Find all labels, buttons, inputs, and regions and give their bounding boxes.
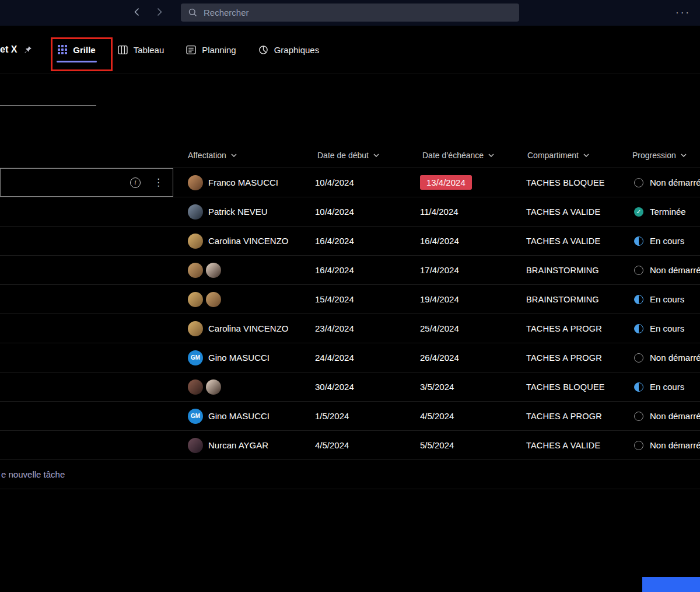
progress-cell[interactable]: Non démarrée bbox=[630, 440, 700, 450]
chevron-right-icon bbox=[157, 8, 162, 18]
bucket-cell[interactable]: TACHES A PROGR bbox=[525, 353, 630, 363]
task-row[interactable]: i ⋮ Carolina VINCENZO 23/4/2024 25/4/202… bbox=[0, 314, 700, 343]
tab-grille[interactable]: Grille bbox=[50, 36, 103, 64]
task-name-cell[interactable]: i ⋮ bbox=[0, 343, 186, 372]
assignment-cell[interactable]: Franco MASUCCI bbox=[186, 175, 315, 190]
bucket-cell[interactable]: BRAINSTORMING bbox=[525, 266, 630, 275]
bucket-cell[interactable]: TACHES BLOQUEE bbox=[525, 382, 630, 392]
start-date-cell[interactable]: 16/4/2024 bbox=[315, 265, 420, 275]
add-task-row[interactable]: e nouvelle tâche bbox=[0, 460, 700, 489]
progress-cell[interactable]: En cours bbox=[630, 294, 700, 304]
bucket-cell[interactable]: TACHES A PROGR bbox=[525, 324, 630, 333]
start-date-cell[interactable]: 30/4/2024 bbox=[315, 382, 420, 392]
assignment-cell[interactable]: Carolina VINCENZO bbox=[186, 234, 315, 249]
assignment-cell[interactable]: GM Gino MASUCCI bbox=[186, 409, 315, 424]
task-row[interactable]: i ⋮ 16/4/2024 17/4/2024 BRAINSTORMING No… bbox=[0, 256, 700, 285]
photo-avatar bbox=[188, 204, 203, 220]
grid-icon bbox=[58, 45, 67, 54]
task-name-cell[interactable]: i ⋮ bbox=[0, 227, 186, 255]
start-date-cell[interactable]: 23/4/2024 bbox=[315, 323, 420, 333]
bucket-cell[interactable]: TACHES A VALIDE bbox=[525, 236, 630, 246]
due-date-cell[interactable]: 11/4/2024 bbox=[420, 207, 525, 217]
progress-label: Non démarrée bbox=[650, 411, 700, 421]
tab-planning[interactable]: Planning bbox=[178, 36, 244, 64]
progress-icon bbox=[634, 266, 643, 275]
progress-label: Non démarrée bbox=[650, 353, 700, 363]
bucket-cell[interactable]: TACHES A VALIDE bbox=[525, 207, 630, 217]
assignment-cell[interactable] bbox=[186, 379, 315, 395]
tab-graphiques[interactable]: Graphiques bbox=[250, 36, 328, 64]
search-input[interactable]: Rechercher bbox=[181, 4, 519, 22]
due-date-cell[interactable]: 13/4/2024 bbox=[420, 175, 525, 190]
progress-icon bbox=[634, 441, 643, 450]
tab-tableau[interactable]: Tableau bbox=[110, 36, 173, 64]
due-date-cell[interactable]: 17/4/2024 bbox=[420, 265, 525, 275]
due-date-value: 11/4/2024 bbox=[420, 207, 459, 217]
column-header-affectation[interactable]: Affectation bbox=[186, 151, 315, 160]
progress-cell[interactable]: En cours bbox=[630, 382, 700, 392]
more-menu-icon[interactable]: ⋮ bbox=[153, 176, 163, 189]
task-row[interactable]: i ⋮ GM Gino MASUCCI 1/5/2024 4/5/2024 TA… bbox=[0, 402, 700, 431]
task-row[interactable]: i ⋮ 15/4/2024 19/4/2024 BRAINSTORMING En… bbox=[0, 285, 700, 314]
search-placeholder: Rechercher bbox=[204, 8, 249, 18]
due-date-cell[interactable]: 5/5/2024 bbox=[420, 440, 525, 450]
back-button[interactable] bbox=[132, 5, 142, 20]
start-date-cell[interactable]: 1/5/2024 bbox=[315, 411, 420, 421]
start-date-cell[interactable]: 10/4/2024 bbox=[315, 177, 420, 187]
task-name-cell[interactable]: i ⋮ bbox=[0, 197, 186, 226]
task-name-cell[interactable]: i ⋮ bbox=[0, 402, 186, 430]
task-name-cell[interactable]: i ⋮ bbox=[0, 285, 186, 314]
task-row[interactable]: i ⋮ Nurcan AYGAR 4/5/2024 5/5/2024 TACHE… bbox=[0, 431, 700, 460]
info-icon[interactable]: i bbox=[130, 177, 141, 188]
task-name-cell[interactable]: i ⋮ bbox=[0, 256, 186, 284]
due-date-cell[interactable]: 19/4/2024 bbox=[420, 294, 525, 304]
task-name-cell[interactable]: i ⋮ bbox=[0, 314, 186, 343]
due-date-cell[interactable]: 25/4/2024 bbox=[420, 323, 525, 333]
column-header-date-debut[interactable]: Date de début bbox=[315, 151, 420, 160]
bucket-cell[interactable]: TACHES A VALIDE bbox=[525, 441, 630, 450]
progress-cell[interactable]: Non démarrée bbox=[630, 353, 700, 363]
start-date-cell[interactable]: 15/4/2024 bbox=[315, 294, 420, 304]
assignment-cell[interactable] bbox=[186, 263, 315, 278]
task-name-cell[interactable]: i ⋮ bbox=[0, 431, 186, 459]
assignment-cell[interactable]: GM Gino MASUCCI bbox=[186, 350, 315, 365]
assignment-cell[interactable]: Patrick NEVEU bbox=[186, 204, 315, 220]
progress-cell[interactable]: ✓ Terminée bbox=[630, 207, 700, 217]
column-header-date-echeance[interactable]: Date d’échéance bbox=[420, 151, 525, 160]
start-date-cell[interactable]: 4/5/2024 bbox=[315, 440, 420, 450]
photo-avatar bbox=[206, 379, 221, 395]
avatar-group: GM bbox=[188, 409, 203, 424]
more-options-button[interactable]: ··· bbox=[676, 0, 691, 26]
assignment-cell[interactable]: Nurcan AYGAR bbox=[186, 438, 315, 453]
due-date-cell[interactable]: 16/4/2024 bbox=[420, 236, 525, 246]
start-date-cell[interactable]: 10/4/2024 bbox=[315, 207, 420, 217]
due-date-cell[interactable]: 26/4/2024 bbox=[420, 353, 525, 363]
task-row[interactable]: i ⋮ Carolina VINCENZO 16/4/2024 16/4/202… bbox=[0, 227, 700, 256]
start-date-cell[interactable]: 24/4/2024 bbox=[315, 353, 420, 363]
task-row[interactable]: i ⋮ 30/4/2024 3/5/2024 TACHES BLOQUEE En… bbox=[0, 372, 700, 402]
column-header-compartiment[interactable]: Compartiment bbox=[525, 151, 630, 160]
chevron-down-icon bbox=[488, 154, 494, 157]
due-date-cell[interactable]: 3/5/2024 bbox=[420, 382, 525, 392]
bucket-cell[interactable]: TACHES BLOQUEE bbox=[525, 178, 630, 187]
task-row[interactable]: i ⋮ Franco MASUCCI 10/4/2024 13/4/2024 T… bbox=[0, 168, 700, 197]
avatar-group bbox=[188, 379, 221, 395]
progress-cell[interactable]: Non démarrée bbox=[630, 411, 700, 421]
task-name-cell[interactable]: i ⋮ bbox=[0, 168, 186, 197]
assignment-cell[interactable] bbox=[186, 292, 315, 307]
progress-cell[interactable]: En cours bbox=[630, 236, 700, 246]
task-name-cell[interactable]: i ⋮ bbox=[0, 372, 186, 401]
task-row[interactable]: i ⋮ Patrick NEVEU 10/4/2024 11/4/2024 TA… bbox=[0, 197, 700, 227]
start-date-cell[interactable]: 16/4/2024 bbox=[315, 236, 420, 246]
task-row[interactable]: i ⋮ GM Gino MASUCCI 24/4/2024 26/4/2024 … bbox=[0, 343, 700, 372]
due-date-cell[interactable]: 4/5/2024 bbox=[420, 411, 525, 421]
forward-button[interactable] bbox=[155, 5, 164, 20]
bucket-cell[interactable]: TACHES A PROGR bbox=[525, 412, 630, 421]
progress-cell[interactable]: Non démarrée bbox=[630, 177, 700, 187]
progress-cell[interactable]: Non démarrée bbox=[630, 265, 700, 275]
column-header-progression[interactable]: Progression bbox=[630, 151, 700, 160]
assignment-cell[interactable]: Carolina VINCENZO bbox=[186, 321, 315, 336]
bucket-cell[interactable]: BRAINSTORMING bbox=[525, 295, 630, 304]
channel-title[interactable]: et X bbox=[0, 44, 32, 55]
progress-cell[interactable]: En cours bbox=[630, 323, 700, 333]
